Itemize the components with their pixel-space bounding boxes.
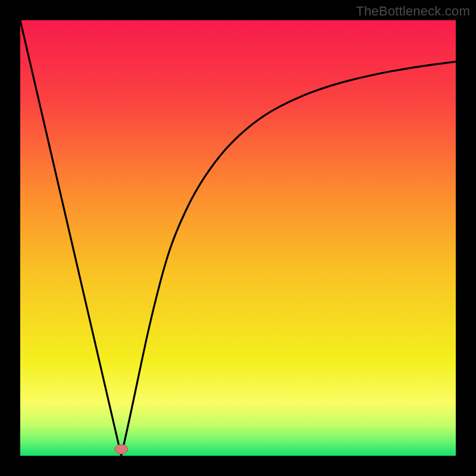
chart-background-gradient — [20, 20, 456, 456]
optimal-point-marker — [115, 444, 128, 454]
chart-plot-area — [20, 20, 456, 456]
chart-svg — [20, 20, 456, 456]
watermark-text: TheBottleneck.com — [356, 4, 470, 19]
chart-frame: TheBottleneck.com — [0, 0, 476, 476]
